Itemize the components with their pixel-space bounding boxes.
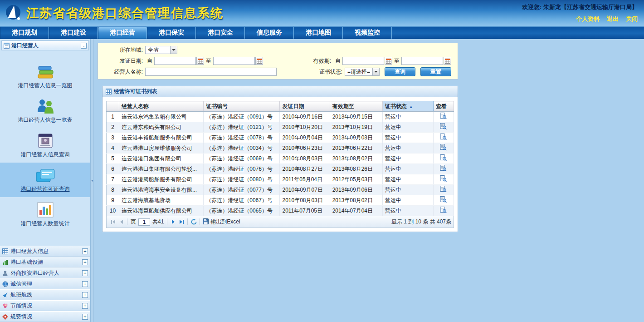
reset-button[interactable]: 重置 — [420, 67, 451, 76]
nav-tab-port-map[interactable]: 港口地图 — [294, 27, 343, 39]
group-credit-management[interactable]: 诚信管理 + — [0, 278, 90, 289]
col-valid-until[interactable]: 有效期至 — [330, 101, 382, 112]
table-row[interactable]: 1 连云港东鸿集装箱有限公司 （苏连）港经证（0091）号 2010年09月16… — [107, 112, 454, 122]
name-cell: 连云港丰裕船舶服务有限公司 — [119, 133, 204, 143]
logout-link[interactable]: 退出 — [607, 15, 619, 23]
nav-tab-port-operation[interactable]: 港口经营 — [98, 27, 147, 39]
group-operator-info[interactable]: 港口经营人信息 + — [0, 246, 90, 257]
collapse-button[interactable]: - — [81, 43, 87, 49]
table-row[interactable]: 2 连云港东粮码头有限公司 （苏连）港经证（0121）号 2010年10月20日… — [107, 122, 454, 133]
prev-page-button[interactable] — [117, 218, 125, 226]
expand-button[interactable]: + — [82, 270, 88, 276]
chevron-down-icon — [170, 46, 177, 54]
view-icon[interactable] — [440, 196, 447, 203]
sidebar-splitter[interactable]: ◂ — [91, 39, 94, 322]
menu-item-operator-statistics[interactable]: 港口经营人数量统计 — [0, 197, 90, 232]
table-row[interactable]: 3 连云港丰裕船舶服务有限公司 （苏连）港经证（0078）号 2010年09月0… — [107, 133, 454, 143]
expand-button[interactable]: + — [82, 281, 88, 287]
expand-button[interactable]: + — [82, 259, 88, 265]
table-row[interactable]: 8 连云港港湾海事安全设备有限... （苏连）港经证（0077）号 2010年0… — [107, 185, 454, 195]
valid-cell: 2013年08月26日 — [330, 164, 382, 174]
view-cell — [433, 154, 454, 164]
person-icon — [2, 270, 8, 276]
cert-status-select[interactable]: =请选择= — [345, 68, 380, 76]
group-infrastructure[interactable]: 港口基础设施 + — [0, 257, 90, 268]
menu-item-operator-overview-table[interactable]: 港口经营人信息一览表 — [0, 94, 90, 128]
expand-button[interactable]: + — [82, 314, 88, 320]
validity-to-input[interactable] — [401, 57, 443, 65]
view-icon[interactable] — [440, 113, 447, 119]
menu-item-operator-info-query[interactable]: 港口经营人信息查询 — [0, 128, 90, 163]
sidebar-panel-header[interactable]: 港口经营人 - — [1, 40, 89, 50]
page-number-input[interactable] — [138, 218, 150, 226]
group-foreign-investment[interactable]: 外商投资港口经营人 + — [0, 268, 90, 278]
validity-from-input[interactable] — [342, 57, 384, 65]
calendar-icon[interactable] — [196, 57, 204, 65]
rownum-cell: 3 — [107, 133, 119, 143]
view-icon[interactable] — [440, 134, 447, 140]
operator-name-input[interactable] — [145, 68, 277, 76]
expand-button[interactable]: + — [82, 292, 88, 298]
last-page-button[interactable] — [177, 218, 185, 226]
nav-tab-port-construction[interactable]: 港口建设 — [49, 27, 98, 39]
table-row[interactable]: 6 连云港港口集团有限公司轮驳... （苏连）港经证（0076）号 2010年0… — [107, 164, 454, 174]
view-icon[interactable] — [440, 144, 447, 151]
nav-tab-port-planning[interactable]: 港口规划 — [0, 27, 49, 39]
nav-tab-info-service[interactable]: 信息服务 — [245, 27, 294, 39]
table-row[interactable]: 9 连云港海航基地货场 （苏连）港经证（0067）号 2010年08月03日 2… — [107, 195, 454, 206]
from-label: 自 — [145, 57, 154, 65]
main-nav: 港口规划 港口建设 港口经营 港口保安 港口安全 信息服务 港口地图 视频监控 — [0, 26, 644, 39]
next-page-button[interactable] — [169, 218, 177, 226]
col-cert-no[interactable]: 证书编号 — [204, 101, 280, 112]
table-row[interactable]: 10 连云港海巨船舶供应有限公司 （苏连）港经证（0065）号 2011年07月… — [107, 206, 454, 216]
close-link[interactable]: 关闭 — [626, 15, 638, 23]
name-cell: 连云港海航基地货场 — [119, 195, 204, 206]
group-flight-routes[interactable]: 航班航线 + — [0, 289, 90, 300]
group-energy-saving[interactable]: 节能情况 + — [0, 300, 90, 311]
view-icon[interactable] — [440, 154, 447, 161]
menu-item-label: 港口经营人信息一览图 — [18, 82, 73, 89]
view-icon[interactable] — [440, 123, 447, 130]
view-cell — [433, 164, 454, 174]
nav-tab-port-safety[interactable]: 港口安全 — [196, 27, 245, 39]
calendar-icon[interactable] — [255, 57, 263, 65]
table-row[interactable]: 5 连云港港口集团有限公司 （苏连）港经证（0069）号 2010年08月03日… — [107, 154, 454, 164]
view-icon[interactable] — [440, 175, 447, 182]
query-button[interactable]: 查询 — [385, 67, 415, 76]
valid-cell: 2014年07月04日 — [330, 206, 382, 216]
profile-link[interactable]: 个人资料 — [576, 15, 600, 23]
menu-item-license-query[interactable]: 港口经营许可证查询 — [0, 163, 90, 197]
nav-tab-video-monitor[interactable]: 视频监控 — [343, 27, 392, 39]
view-cell — [433, 112, 454, 122]
expand-button[interactable]: + — [82, 248, 88, 254]
table-row[interactable]: 4 连云港港口房屋维修服务公司 （苏连）港经证（0034）号 2010年06月2… — [107, 143, 454, 154]
calendar-icon[interactable] — [444, 57, 451, 65]
form-row-name-status: 经营人名称: 证书状态: =请选择= 查询 重置 — [100, 66, 456, 77]
col-operator-name[interactable]: 经营人名称 — [119, 101, 204, 112]
header-links: 个人资料 退出 关闭 — [576, 15, 638, 23]
expand-button[interactable]: + — [82, 303, 88, 309]
issue-date-from-input[interactable] — [154, 57, 196, 65]
calendar-icon[interactable] — [385, 57, 392, 65]
view-icon[interactable] — [440, 165, 447, 172]
issue-date-to-input[interactable] — [213, 57, 255, 65]
grid-icon — [2, 248, 8, 254]
list-panel-header: 经营许可证书列表 — [102, 86, 458, 97]
view-icon[interactable] — [440, 186, 447, 193]
name-cell: 连云港港口集团有限公司轮驳... — [119, 164, 204, 174]
chevron-down-icon — [372, 68, 379, 75]
view-cell — [433, 206, 454, 216]
first-page-button[interactable] — [109, 218, 117, 226]
page-label: 页 — [131, 218, 136, 226]
group-fees[interactable]: 规费情况 + — [0, 311, 90, 322]
table-row[interactable]: 7 连云港港腾船舶服务有限公司 （苏连）港经证（0080）号 2011年05月0… — [107, 174, 454, 185]
col-cert-status[interactable]: 证书状态▲ — [382, 101, 433, 112]
sort-asc-icon: ▲ — [409, 104, 413, 109]
nav-tab-port-security[interactable]: 港口保安 — [147, 27, 196, 39]
region-select[interactable]: 全省 — [145, 46, 177, 54]
export-excel-button[interactable]: 输出到Excel — [203, 218, 240, 226]
menu-item-operator-overview-diagram[interactable]: 港口经营人信息一览图 — [0, 59, 90, 94]
refresh-icon[interactable] — [190, 218, 198, 226]
view-icon[interactable] — [440, 207, 447, 213]
col-issue-date[interactable]: 发证日期 — [280, 101, 330, 112]
